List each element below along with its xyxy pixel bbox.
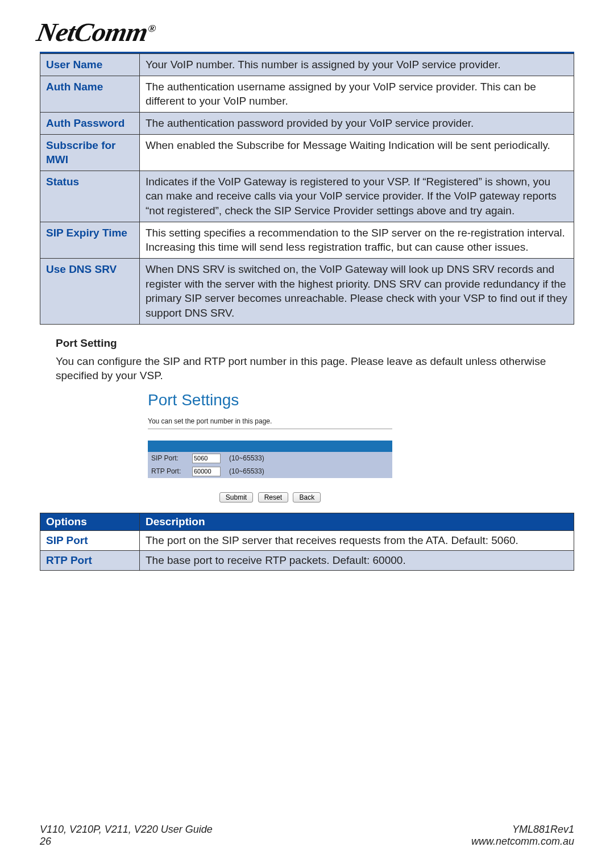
spec-val: When DNS SRV is switched on, the VoIP Ga… xyxy=(140,259,574,325)
brand-text: NetComm xyxy=(34,18,150,47)
rtp-port-input[interactable] xyxy=(192,467,221,476)
sip-port-label: SIP Port: xyxy=(148,452,189,465)
footer-guide-title: V110, V210P, V211, V220 User Guide xyxy=(40,824,213,836)
opt-key: SIP Port xyxy=(40,530,140,550)
sip-port-range: (10~65533) xyxy=(226,452,392,465)
rtp-port-range: (10~65533) xyxy=(226,465,392,478)
back-button[interactable]: Back xyxy=(293,492,321,502)
footer-doc-rev: YML881Rev1 xyxy=(471,824,574,836)
opt-val: The port on the SIP server that receives… xyxy=(140,530,574,550)
description-header: Description xyxy=(140,513,574,530)
rtp-port-label: RTP Port: xyxy=(148,465,189,478)
shot-subtitle: You can set the port number in this page… xyxy=(148,417,392,425)
spec-val: This setting specifies a recommendation … xyxy=(140,222,574,258)
spec-table: User NameYour VoIP number. This number i… xyxy=(40,53,574,325)
port-setting-body: You can configure the SIP and RTP port n… xyxy=(56,354,574,383)
spec-val: Indicates if the VoIP Gateway is registe… xyxy=(140,171,574,222)
spec-key: User Name xyxy=(40,54,140,76)
submit-button[interactable]: Submit xyxy=(219,492,253,502)
options-header: Options xyxy=(40,513,140,530)
opt-val: The base port to receive RTP packets. De… xyxy=(140,550,574,570)
spec-val: Your VoIP number. This number is assigne… xyxy=(140,54,574,76)
spec-val: The authentication password provided by … xyxy=(140,112,574,134)
registered-mark: ® xyxy=(147,23,156,34)
opt-key: RTP Port xyxy=(40,550,140,570)
brand-logo: NetComm® xyxy=(34,17,157,47)
footer-url: www.netcomm.com.au xyxy=(471,836,574,848)
footer-page-number: 26 xyxy=(40,836,213,848)
shot-rule xyxy=(148,429,392,429)
shot-title: Port Settings xyxy=(148,391,392,409)
reset-button[interactable]: Reset xyxy=(258,492,288,502)
port-setting-heading: Port Setting xyxy=(56,337,574,350)
options-table: Options Description SIP Port The port on… xyxy=(40,513,574,571)
spec-key: Auth Password xyxy=(40,112,140,134)
spec-key: Auth Name xyxy=(40,76,140,112)
spec-key: Use DNS SRV xyxy=(40,259,140,325)
spec-key: Status xyxy=(40,171,140,222)
spec-key: SIP Expiry Time xyxy=(40,222,140,258)
spec-val: When enabled the Subscribe for Message W… xyxy=(140,134,574,171)
spec-key: Subscribe for MWI xyxy=(40,134,140,171)
page-footer: V110, V210P, V211, V220 User Guide 26 YM… xyxy=(40,824,574,848)
port-settings-screenshot: Port Settings You can set the port numbe… xyxy=(148,391,392,502)
sip-port-input[interactable] xyxy=(192,454,221,463)
button-row: Submit Reset Back xyxy=(148,492,392,502)
port-inputs-table: SIP Port: (10~65533) RTP Port: (10~65533… xyxy=(148,441,392,478)
spec-val: The authentication username assigned by … xyxy=(140,76,574,112)
